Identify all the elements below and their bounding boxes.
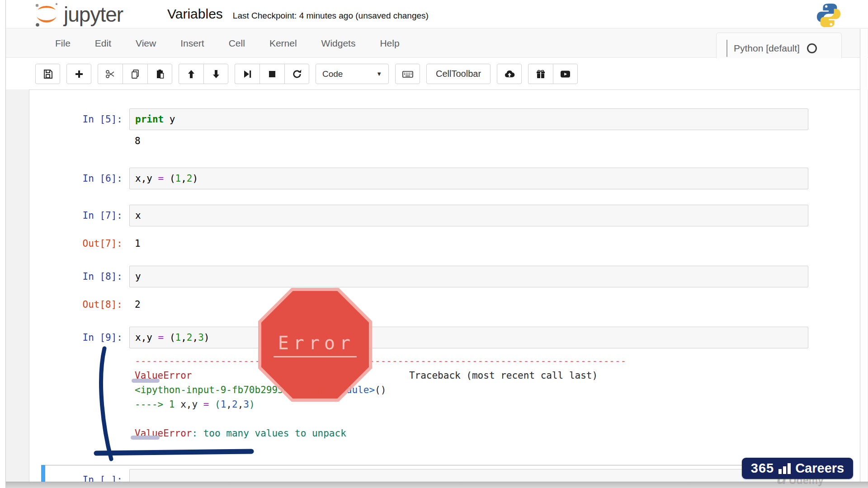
keyboard-icon — [402, 69, 414, 80]
traceback-line: ----------------------------------------… — [135, 354, 626, 368]
menu-help[interactable]: Help — [368, 34, 411, 52]
chevron-down-icon: ▼ — [376, 70, 382, 77]
code-input-area[interactable]: x,y = (1,2,3) — [129, 327, 808, 348]
window-bottom-edge — [6, 482, 868, 488]
cloud-upload-icon — [504, 69, 515, 80]
input-prompt: In [5]: — [29, 108, 129, 130]
output-row: Out[8]: 2 — [29, 294, 860, 311]
add-cell-icon — [74, 69, 85, 80]
gift-icon — [535, 69, 546, 80]
cell-type-value: Code — [322, 69, 343, 79]
code-cell-6: In [6]: x,y = (1,2) — [29, 168, 860, 189]
cell-toolbar-button[interactable]: CellToolbar — [426, 64, 491, 84]
python-logo-icon — [816, 2, 842, 28]
code-input-area[interactable]: x,y = (1,2) — [129, 168, 808, 189]
jupyter-logo[interactable]: jupyter — [34, 2, 123, 27]
stop-kernel-button[interactable] — [259, 64, 284, 84]
kernel-separator — [726, 40, 727, 57]
menu-cell[interactable]: Cell — [217, 34, 257, 52]
output-row: 8 — [29, 130, 860, 148]
add-cell-button[interactable] — [66, 64, 91, 84]
save-button[interactable] — [35, 64, 60, 84]
menu-edit[interactable]: Edit — [83, 34, 123, 52]
input-prompt: In [7]: — [29, 205, 129, 226]
notebook-body: In [5]: print y 8 In [6]: x,y = (1,2) In… — [6, 89, 868, 488]
cut-icon — [105, 69, 116, 80]
input-prompt: In [6]: — [29, 168, 129, 189]
video-icon — [560, 69, 571, 80]
code-cell-9: In [9]: x,y = (1,2,3) — [29, 327, 860, 348]
menu-kernel[interactable]: Kernel — [257, 34, 309, 52]
cell-type-select[interactable]: Code ▼ — [316, 64, 389, 84]
move-cell-up-button[interactable] — [179, 64, 203, 84]
move-cell-down-button[interactable] — [203, 64, 228, 84]
code-input-area[interactable]: print y — [129, 108, 808, 130]
menu-view[interactable]: View — [123, 34, 168, 52]
365-careers-logo: 365 Careers — [742, 458, 853, 479]
badge-word: Careers — [795, 461, 844, 476]
arrow-down-icon — [211, 69, 222, 80]
code-line: x,y = (1,2,3) — [135, 331, 802, 344]
output-row: Out[7]: 1 — [29, 233, 860, 250]
save-icon — [42, 69, 53, 80]
copy-icon — [130, 69, 141, 80]
code-cell-8: In [8]: y — [29, 266, 860, 287]
input-prompt: In [9]: — [29, 327, 129, 348]
code-cell-7: In [7]: x — [29, 205, 860, 226]
code-input-area[interactable]: y — [129, 266, 808, 287]
stop-icon — [267, 69, 278, 80]
code-line: x,y = (1,2) — [135, 172, 802, 185]
bar-chart-icon — [778, 463, 791, 474]
menu-bar: File Edit View Insert Cell Kernel Widget… — [6, 29, 868, 58]
code-line: y — [135, 270, 802, 283]
traceback-line: <ipython-input-9-fb70b2995412> in <modul… — [135, 383, 626, 397]
notebook-title[interactable]: Variables — [167, 6, 223, 22]
cell-toolbar-label: CellToolbar — [436, 69, 481, 79]
kernel-idle-icon — [807, 43, 817, 53]
restart-kernel-button[interactable] — [284, 64, 309, 84]
notebook-header: jupyter Variables Last Checkpoint: 4 min… — [6, 0, 868, 28]
menu-widgets[interactable]: Widgets — [309, 34, 368, 52]
jupyter-logo-text: jupyter — [64, 2, 123, 27]
code-cell-5: In [5]: print y — [29, 108, 860, 130]
badge-number: 365 — [751, 461, 774, 476]
result-output: 2 — [129, 294, 146, 311]
vertical-scrollbar[interactable] — [860, 29, 868, 482]
notebook-container: In [5]: print y 8 In [6]: x,y = (1,2) In… — [29, 89, 860, 488]
copy-cell-button[interactable] — [123, 64, 147, 84]
result-output: 1 — [129, 233, 146, 250]
menu-file[interactable]: File — [43, 34, 83, 52]
command-palette-button[interactable] — [395, 64, 420, 84]
code-input-area[interactable]: x — [129, 205, 808, 226]
code-line: print y — [135, 113, 802, 126]
traceback-line: ValueError: too many values to unpack — [135, 426, 626, 441]
cut-cell-button[interactable] — [98, 64, 123, 84]
traceback-line: ----> 1 x,y = (1,2,3) — [135, 397, 626, 412]
stream-output: 8 — [129, 130, 146, 148]
paste-cell-button[interactable] — [147, 64, 172, 84]
paste-icon — [155, 69, 165, 80]
gift-button[interactable] — [528, 64, 553, 84]
jupyter-notebook-window: jupyter Variables Last Checkpoint: 4 min… — [0, 0, 868, 488]
menu-insert[interactable]: Insert — [168, 34, 217, 52]
checkpoint-status: Last Checkpoint: 4 minutes ago (unsaved … — [233, 11, 429, 21]
traceback-line — [135, 412, 626, 426]
cloud-upload-button[interactable] — [497, 64, 522, 84]
traceback-line: ValueError Traceback (most recent call l… — [135, 368, 626, 383]
window-left-edge — [5, 0, 6, 488]
output-prompt: Out[7]: — [29, 233, 129, 250]
run-cell-button[interactable] — [235, 64, 259, 84]
arrow-up-icon — [186, 69, 197, 80]
jupyter-logo-icon — [34, 2, 59, 27]
code-line: x — [135, 209, 802, 222]
error-output-row: ----------------------------------------… — [29, 348, 860, 441]
notebook-toolbar: Code ▼ CellToolbar — [6, 58, 868, 89]
output-prompt: Out[8]: — [29, 294, 129, 311]
input-prompt: In [8]: — [29, 266, 129, 287]
restart-icon — [292, 69, 302, 80]
video-button[interactable] — [553, 64, 578, 84]
traceback-output: ----------------------------------------… — [129, 348, 632, 441]
kernel-name: Python [default] — [734, 43, 800, 54]
run-icon — [242, 69, 253, 80]
